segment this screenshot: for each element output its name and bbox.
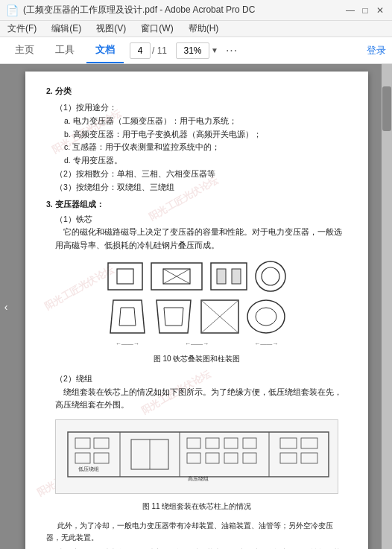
item-c: c. 互感器：用于仪表测量和监控系统中的； — [55, 141, 347, 154]
window-controls: — □ ✕ — [344, 4, 386, 16]
section-2-2: （2）按相数分：单相、三相、六相变压器等 — [46, 168, 347, 181]
tab-home[interactable]: 主页 — [6, 37, 43, 63]
prev-page-button[interactable]: ‹ — [0, 64, 12, 549]
item-b: b. 高频变压器：用于电子变换机器（高频开关电源）； — [55, 128, 347, 142]
svg-marker-12 — [119, 308, 136, 326]
fig11-diagram: 低压绕组 高压绕组 — [55, 419, 338, 493]
dimension-labels: ←——→ ←——→ ←——→ — [92, 339, 301, 349]
section-2-3: （3）按绕组分：双绕组、三绕组 — [46, 181, 347, 194]
svg-rect-8 — [232, 269, 241, 284]
content-area: ‹ 阳光工匠光伏论坛 阳光工匠光伏论坛 阳光工匠光伏论坛 阳光工匠光伏论坛 阳光… — [0, 64, 392, 549]
svg-rect-38 — [280, 438, 297, 448]
svg-point-19 — [256, 308, 276, 326]
svg-marker-11 — [110, 300, 145, 333]
svg-rect-30 — [187, 438, 200, 448]
section-2: 2. 分类 — [46, 85, 347, 98]
menu-file[interactable]: 文件(F) — [4, 22, 39, 35]
svg-rect-33 — [243, 438, 256, 448]
pdf-icon: 📄 — [6, 4, 19, 16]
more-options-button[interactable]: ··· — [226, 44, 238, 57]
bottom-text-2: 由于变压器的种类多，但各种变压器运行时的基本物理过程以及分析变压器物性能的基本方… — [46, 547, 347, 549]
svg-rect-24 — [75, 438, 90, 448]
bottom-text-1: 此外，为了冷却，一般电力变压器带有冷却装置、油箱装置、油管等；另外空冷变压器，无… — [46, 520, 347, 544]
svg-rect-6 — [211, 263, 247, 290]
svg-rect-0 — [108, 263, 142, 290]
svg-rect-34 — [187, 453, 200, 463]
page-content: 2. 分类 （1）按用途分： a. 电力变压器（工频变压器）：用于电力系统； b… — [46, 85, 347, 549]
page-paper: 阳光工匠光伏论坛 阳光工匠光伏论坛 阳光工匠光伏论坛 阳光工匠光伏论坛 阳光工匠… — [25, 72, 368, 549]
chevron-left-icon: ‹ — [4, 301, 8, 313]
svg-rect-36 — [224, 453, 238, 463]
menu-view[interactable]: 视图(V) — [93, 22, 129, 35]
toolbar: 主页 工具 文档 / 11 ▼ ··· 登录 — [0, 37, 392, 64]
window-title: (工频变压器的工作原理及设计.pdf - Adobe Acrobat Pro D… — [23, 4, 255, 16]
core-shape-3 — [209, 261, 248, 291]
title-bar: 📄 (工频变压器的工作原理及设计.pdf - Adobe Acrobat Pro… — [0, 0, 392, 21]
menu-edit[interactable]: 编辑(E) — [48, 22, 84, 35]
zoom-control: ▼ — [176, 42, 218, 59]
section-3-1-label: （1）铁芯 — [55, 213, 347, 226]
dim-label-1: ←——→ — [116, 339, 139, 349]
pdf-viewer: 阳光工匠光伏论坛 阳光工匠光伏论坛 阳光工匠光伏论坛 阳光工匠光伏论坛 阳光工匠… — [12, 64, 382, 549]
core-shape-1 — [107, 261, 144, 291]
scroll-thumb[interactable] — [382, 86, 391, 131]
fig10-area: ←——→ ←——→ ←——→ 图 10 铁芯叠装图和柱装图 — [46, 257, 347, 368]
minimize-button[interactable]: — — [344, 4, 356, 16]
tab-document[interactable]: 文档 — [86, 37, 124, 63]
menu-window[interactable]: 窗口(W) — [138, 22, 176, 35]
core-shape-6 — [154, 299, 194, 334]
svg-point-18 — [247, 300, 285, 333]
title-bar-left: 📄 (工频变压器的工作原理及设计.pdf - Adobe Acrobat Pro… — [6, 4, 255, 16]
svg-rect-40 — [280, 453, 297, 463]
section-3-label: 3. 变压器组成： — [46, 200, 104, 209]
svg-rect-32 — [224, 438, 238, 448]
maximize-button[interactable]: □ — [359, 4, 371, 16]
svg-rect-25 — [94, 438, 109, 448]
svg-rect-41 — [301, 453, 317, 463]
fig10-row2 — [107, 299, 286, 334]
svg-rect-31 — [206, 438, 219, 448]
section-3: 3. 变压器组成： — [46, 198, 347, 212]
fig10-row1 — [107, 260, 287, 293]
section-3-1-desc: 它的磁化和磁路磁导上决定了变压器的容量和性能。对于电力变压器，一般选用高磁导率、… — [55, 226, 347, 253]
item-a: a. 电力变压器（工频变压器）：用于电力系统； — [55, 115, 347, 128]
section-2-1-label: （1）按用途分： — [55, 101, 347, 115]
page-navigation: / 11 — [130, 42, 167, 59]
login-button[interactable]: 登录 — [367, 44, 386, 57]
fig11-caption: 图 11 绕组套装在铁芯柱上的情况 — [142, 500, 252, 512]
section-3-2-label: （2）绕组 — [55, 372, 347, 386]
core-shape-8 — [246, 299, 286, 334]
svg-text:高压绕组: 高压绕组 — [188, 476, 209, 481]
svg-rect-20 — [68, 432, 329, 477]
zoom-dropdown-icon[interactable]: ▼ — [211, 46, 218, 54]
svg-rect-37 — [243, 453, 256, 463]
svg-rect-35 — [206, 453, 219, 463]
svg-rect-26 — [75, 453, 90, 463]
scrollbar[interactable] — [382, 64, 392, 549]
item-d: d. 专用变压器。 — [55, 154, 347, 168]
page-input[interactable] — [130, 42, 151, 59]
close-button[interactable]: ✕ — [374, 4, 386, 16]
section-2-1: （1）按用途分： a. 电力变压器（工频变压器）：用于电力系统； b. 高频变压… — [46, 101, 347, 168]
tab-tools[interactable]: 工具 — [46, 37, 83, 63]
core-shape-7 — [200, 299, 240, 334]
fig11-svg: 低压绕组 高压绕组 — [60, 425, 336, 484]
section-3-1: （1）铁芯 它的磁化和磁路磁导上决定了变压器的容量和性能。对于电力变压器，一般选… — [46, 213, 347, 253]
section-2-label: 2. 分类 — [46, 86, 72, 95]
svg-point-10 — [262, 267, 279, 285]
core-shape-4 — [254, 260, 287, 293]
svg-rect-7 — [217, 269, 226, 284]
menu-help[interactable]: 帮助(H) — [186, 22, 222, 35]
svg-point-9 — [256, 261, 285, 291]
svg-rect-1 — [117, 269, 133, 284]
fig11-area: 低压绕组 高压绕组 图 11 绕组套装在铁芯柱上的情况 — [46, 416, 347, 515]
section-3-2: （2）绕组 绕组套装在铁芯上的情况如如下图所示。为了绝缘方便，低压绕组套装在先，… — [46, 372, 347, 413]
svg-rect-39 — [301, 438, 317, 448]
page-total: / 11 — [152, 45, 167, 56]
svg-marker-14 — [164, 308, 183, 326]
core-shape-5 — [107, 299, 148, 334]
zoom-input[interactable] — [176, 42, 209, 59]
svg-marker-13 — [157, 300, 191, 333]
dim-label-2: ←——→ — [185, 339, 209, 349]
dim-label-3: ←——→ — [254, 339, 278, 349]
